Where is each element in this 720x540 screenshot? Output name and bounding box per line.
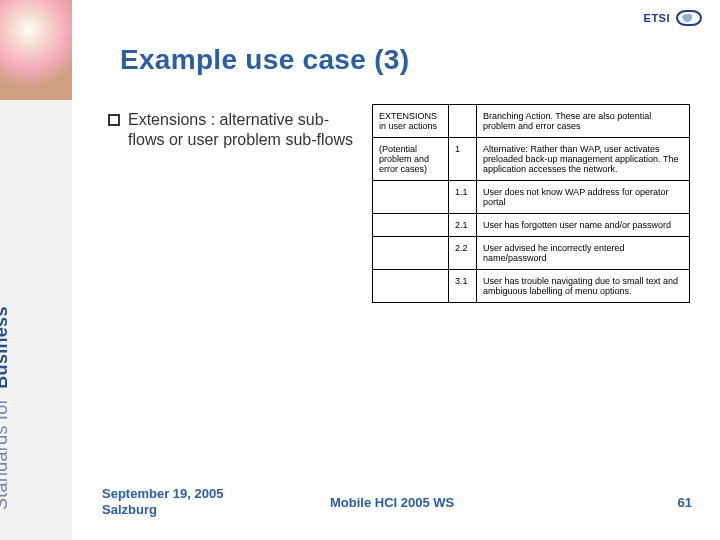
table-header-col2: Branching Action. These are also potenti… bbox=[476, 105, 689, 138]
sidebar-tagline: Standards for Business bbox=[0, 306, 12, 510]
table-row: 2.2 User advised he incorrectly entered … bbox=[373, 237, 690, 270]
table-cell bbox=[373, 181, 449, 214]
table-cell: 1.1 bbox=[448, 181, 476, 214]
sidebar-tagline-right: Business bbox=[0, 306, 11, 388]
table-row: (Potential problem and error cases) 1 Al… bbox=[373, 138, 690, 181]
table-cell: User has trouble navigating due to small… bbox=[476, 270, 689, 303]
footer-place: Salzburg bbox=[102, 502, 223, 518]
table-cell: 2.2 bbox=[448, 237, 476, 270]
footer-center: Mobile HCI 2005 WS bbox=[330, 495, 454, 510]
table-cell: (Potential problem and error cases) bbox=[373, 138, 449, 181]
hollow-square-bullet-icon bbox=[108, 114, 120, 126]
footer-date: September 19, 2005 bbox=[102, 486, 223, 502]
slide: Standards for Business ETSI Example use … bbox=[0, 0, 720, 540]
table-header-row: EXTENSIONS in user actions Branching Act… bbox=[373, 105, 690, 138]
table-cell bbox=[373, 270, 449, 303]
table-row: 1.1 User does not know WAP address for o… bbox=[373, 181, 690, 214]
sidebar-tagline-left: Standards for bbox=[0, 398, 11, 510]
etsi-mark-icon bbox=[676, 10, 702, 26]
extensions-table: EXTENSIONS in user actions Branching Act… bbox=[372, 104, 690, 303]
table-row: 2.1 User has forgotten user name and/or … bbox=[373, 214, 690, 237]
footer-left: September 19, 2005 Salzburg bbox=[102, 486, 223, 519]
table-cell: 3.1 bbox=[448, 270, 476, 303]
table-cell: User advised he incorrectly entered name… bbox=[476, 237, 689, 270]
globe-icon bbox=[0, 0, 72, 100]
footer-page-number: 61 bbox=[678, 495, 692, 510]
page-title: Example use case (3) bbox=[120, 44, 409, 76]
table-cell: Alternative: Rather than WAP, user activ… bbox=[476, 138, 689, 181]
table-header-col0: EXTENSIONS in user actions bbox=[373, 105, 449, 138]
bullet-text: Extensions : alternative sub-flows or us… bbox=[128, 110, 358, 150]
brand-logo: ETSI bbox=[644, 10, 702, 26]
table-cell: User does not know WAP address for opera… bbox=[476, 181, 689, 214]
table-cell: User has forgotten user name and/or pass… bbox=[476, 214, 689, 237]
table-cell bbox=[373, 214, 449, 237]
sidebar-graphic: Standards for Business bbox=[0, 0, 72, 540]
bullet-block: Extensions : alternative sub-flows or us… bbox=[108, 110, 358, 150]
table-header-col1 bbox=[448, 105, 476, 138]
table-row: 3.1 User has trouble navigating due to s… bbox=[373, 270, 690, 303]
table-cell: 2.1 bbox=[448, 214, 476, 237]
table-cell: 1 bbox=[448, 138, 476, 181]
table-cell bbox=[373, 237, 449, 270]
brand-logo-text: ETSI bbox=[644, 12, 670, 24]
